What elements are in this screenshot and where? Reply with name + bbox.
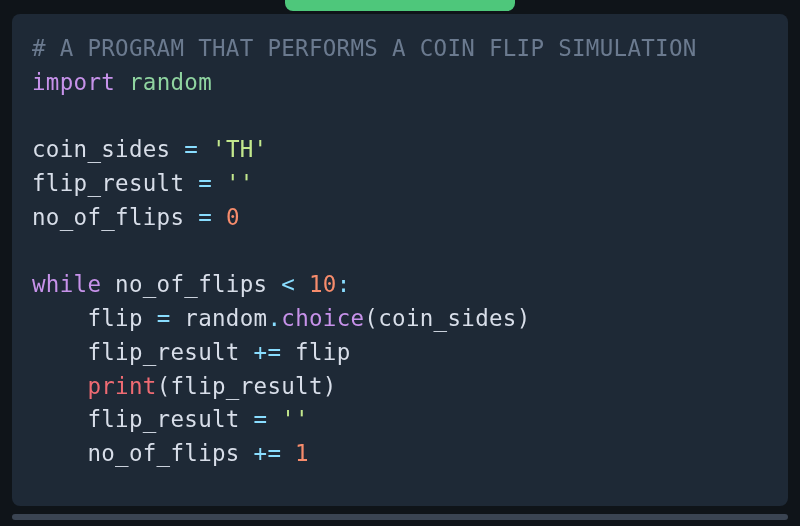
code-token: import bbox=[32, 69, 115, 95]
code-line bbox=[32, 235, 768, 269]
code-line: coin_sides = 'TH' bbox=[32, 133, 768, 167]
code-token: < bbox=[281, 271, 295, 297]
code-token: flip_result bbox=[32, 170, 198, 196]
code-token: '' bbox=[281, 406, 309, 432]
top-green-tab bbox=[285, 0, 515, 11]
code-token: ) bbox=[517, 305, 531, 331]
code-token: += bbox=[254, 440, 282, 466]
code-token: no_of_flips bbox=[32, 204, 198, 230]
code-token: : bbox=[337, 271, 351, 297]
code-token: = bbox=[198, 170, 212, 196]
code-line: flip = random.choice(coin_sides) bbox=[32, 302, 768, 336]
code-line bbox=[32, 100, 768, 134]
code-token: random bbox=[170, 305, 267, 331]
code-token bbox=[115, 69, 129, 95]
code-line: flip_result = '' bbox=[32, 403, 768, 437]
code-token: random bbox=[129, 69, 212, 95]
code-token: = bbox=[198, 204, 212, 230]
code-token: += bbox=[254, 339, 282, 365]
code-line: # A PROGRAM THAT PERFORMS A COIN FLIP SI… bbox=[32, 32, 768, 66]
code-token: # A PROGRAM THAT PERFORMS A COIN FLIP SI… bbox=[32, 35, 697, 61]
code-token bbox=[212, 170, 226, 196]
code-line: no_of_flips = 0 bbox=[32, 201, 768, 235]
code-token: no_of_flips bbox=[101, 271, 281, 297]
code-token bbox=[267, 406, 281, 432]
code-token: = bbox=[184, 136, 198, 162]
code-token: 10 bbox=[309, 271, 337, 297]
code-token: flip bbox=[281, 339, 350, 365]
code-token: = bbox=[157, 305, 171, 331]
code-token: flip_result bbox=[170, 373, 322, 399]
code-token: no_of_flips bbox=[32, 440, 254, 466]
code-editor-panel: # A PROGRAM THAT PERFORMS A COIN FLIP SI… bbox=[12, 14, 788, 506]
code-token bbox=[212, 204, 226, 230]
code-line: import random bbox=[32, 66, 768, 100]
code-token: flip_result bbox=[32, 406, 254, 432]
code-token: = bbox=[254, 406, 268, 432]
code-token: coin_sides bbox=[378, 305, 516, 331]
code-token bbox=[281, 440, 295, 466]
code-line: flip_result += flip bbox=[32, 336, 768, 370]
code-token bbox=[198, 136, 212, 162]
code-token: 0 bbox=[226, 204, 240, 230]
code-token: coin_sides bbox=[32, 136, 184, 162]
code-token bbox=[32, 373, 87, 399]
code-token: '' bbox=[226, 170, 254, 196]
code-line: flip_result = '' bbox=[32, 167, 768, 201]
code-token bbox=[295, 271, 309, 297]
code-token: ( bbox=[364, 305, 378, 331]
code-token: . bbox=[267, 305, 281, 331]
code-token: flip bbox=[32, 305, 157, 331]
code-token: 1 bbox=[295, 440, 309, 466]
code-line: no_of_flips += 1 bbox=[32, 437, 768, 471]
code-token: ) bbox=[323, 373, 337, 399]
code-token: print bbox=[87, 373, 156, 399]
code-token: while bbox=[32, 271, 101, 297]
code-token: choice bbox=[281, 305, 364, 331]
code-line: while no_of_flips < 10: bbox=[32, 268, 768, 302]
code-content: # A PROGRAM THAT PERFORMS A COIN FLIP SI… bbox=[32, 32, 768, 471]
code-token: flip_result bbox=[32, 339, 254, 365]
horizontal-scrollbar[interactable] bbox=[12, 514, 788, 520]
code-token: ( bbox=[157, 373, 171, 399]
code-token: 'TH' bbox=[212, 136, 267, 162]
code-line: print(flip_result) bbox=[32, 370, 768, 404]
